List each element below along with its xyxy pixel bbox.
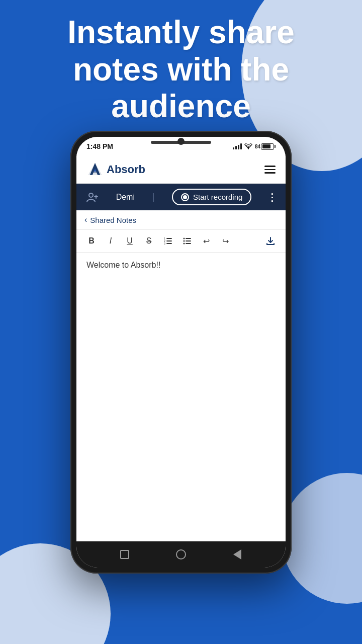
app-logo: Absorb bbox=[86, 162, 145, 177]
toolbar-ordered-list-button[interactable]: 1 2 3 bbox=[161, 234, 175, 248]
phone-frame: 1:48 PM 84 bbox=[70, 131, 292, 574]
recording-bar: Demi | Start recording ⋮ bbox=[76, 184, 286, 210]
app-content: Absorb bbox=[76, 156, 286, 541]
toolbar-redo-button[interactable]: ↪ bbox=[218, 234, 232, 248]
app-header: Absorb bbox=[76, 156, 286, 184]
more-options-icon[interactable]: ⋮ bbox=[267, 191, 278, 203]
svg-point-5 bbox=[89, 193, 93, 197]
home-button[interactable] bbox=[174, 547, 188, 561]
svg-point-17 bbox=[184, 243, 185, 245]
toolbar-underline-button[interactable]: U bbox=[123, 234, 137, 248]
shared-notes-title: Shared Notes bbox=[90, 216, 136, 224]
status-icons: 84 bbox=[233, 143, 276, 150]
absorb-logo-icon bbox=[86, 162, 104, 177]
phone-bottom-bar bbox=[76, 541, 286, 568]
back-arrow-icon[interactable]: ‹ bbox=[84, 215, 87, 224]
record-dot-icon bbox=[181, 193, 189, 201]
toolbar-bold-button[interactable]: B bbox=[84, 234, 99, 248]
toolbar-download-button[interactable] bbox=[263, 234, 278, 248]
start-recording-button[interactable]: Start recording bbox=[172, 189, 251, 205]
divider: | bbox=[152, 192, 155, 202]
bg-decoration-bottom-right bbox=[282, 473, 362, 604]
toolbar-italic-button[interactable]: I bbox=[104, 234, 118, 248]
phone-camera bbox=[177, 138, 185, 145]
start-recording-label: Start recording bbox=[193, 193, 242, 201]
note-text: Welcome to Absorb!! bbox=[86, 261, 160, 269]
shared-notes-header: ‹ Shared Notes bbox=[76, 210, 286, 230]
svg-point-16 bbox=[184, 240, 185, 242]
presenter-name: Demi bbox=[116, 193, 135, 202]
wifi-icon bbox=[244, 143, 252, 149]
svg-point-15 bbox=[184, 238, 185, 239]
phone-mockup: 1:48 PM 84 bbox=[70, 131, 292, 574]
svg-point-0 bbox=[248, 148, 249, 149]
battery-icon: 84 bbox=[255, 143, 276, 150]
headline: Instantly share notes with the audience bbox=[0, 14, 362, 125]
back-button[interactable] bbox=[230, 547, 244, 561]
participant-icon bbox=[84, 189, 101, 205]
toolbar-strikethrough-button[interactable]: S bbox=[142, 234, 156, 248]
editor-toolbar: B I U S 1 2 3 bbox=[76, 230, 286, 253]
toolbar-unordered-list-button[interactable] bbox=[180, 234, 194, 248]
toolbar-undo-button[interactable]: ↩ bbox=[199, 234, 213, 248]
svg-text:3: 3 bbox=[164, 242, 165, 245]
phone-screen: 1:48 PM 84 bbox=[76, 137, 286, 568]
note-content-area[interactable]: Welcome to Absorb!! bbox=[76, 253, 286, 541]
signal-icon bbox=[233, 143, 242, 149]
recent-apps-button[interactable] bbox=[118, 547, 132, 561]
hamburger-menu-button[interactable] bbox=[264, 166, 276, 174]
app-logo-text: Absorb bbox=[107, 163, 145, 176]
headline-text: Instantly share notes with the audience bbox=[30, 14, 332, 125]
status-time: 1:48 PM bbox=[86, 142, 113, 150]
